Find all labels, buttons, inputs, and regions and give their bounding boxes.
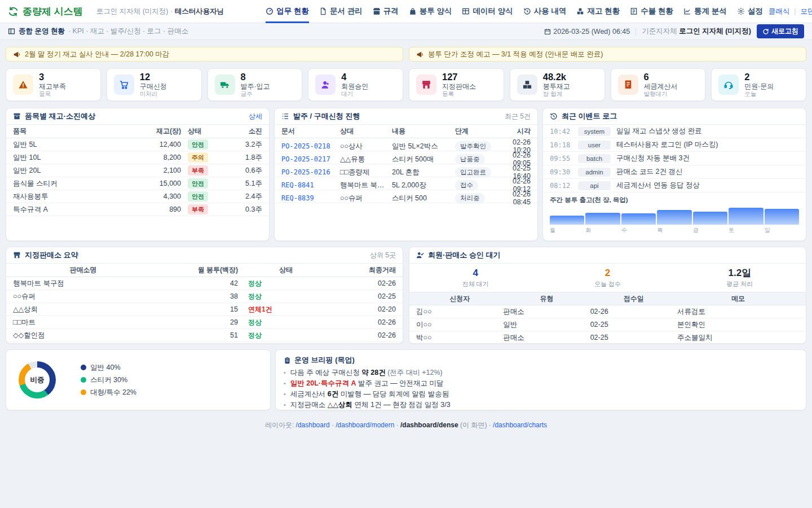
footer-link-modern[interactable]: /dashboard/modern (336, 421, 394, 429)
log-item: 10:42system일일 재고 스냅샷 생성 완료 (543, 125, 806, 138)
document-link[interactable]: PO-2025-0216 (281, 168, 340, 176)
briefing-item: 지정판매소 △△상회 연체 1건 — 현장 점검 일정 3/3 (284, 400, 798, 410)
kpi-designated-sellers[interactable]: 127지정판매소등록 (409, 68, 504, 101)
layout-icon (8, 28, 15, 35)
kpi-purchase-requests[interactable]: 12구매신청미처리 (107, 68, 202, 101)
link-modern[interactable]: 모던 (801, 7, 812, 16)
nav-item-usage-history[interactable]: 사용 내역 (523, 0, 567, 23)
weekly-bar (693, 208, 727, 225)
line-chart-icon (683, 7, 691, 15)
table-row[interactable]: PO-2025-0217 △△유통스티커 500매 납품중 02-26 09:0… (275, 151, 537, 164)
document-link[interactable]: REQ-8841 (281, 181, 340, 189)
orders-table-header: 문서상대 내용단계 시각 (275, 125, 537, 138)
kpi-low-stock[interactable]: 3재고부족품목 (6, 68, 101, 101)
basis-municipality: 기준지자체 로그인 지자체 (미지정) (642, 27, 751, 36)
table-row[interactable]: △△상회15 연체1건 02-20 (6, 303, 403, 316)
layout-switcher: 클래식 | 모던 | 차트 | (769, 7, 812, 16)
table-row[interactable]: PO-2025-0218 ○○상사일반 5L×2박스 발주확인 02-26 10… (275, 138, 537, 151)
approvals-panel: 회원·판매소 승인 대기 4 전체 대기 2 오늘 접수 1.2일 평균 처리 … (409, 247, 806, 344)
table-row[interactable]: 재사용봉투4,300 안전 2.4주 (6, 190, 269, 203)
kpi-member-approvals[interactable]: 4회원승인대기 (308, 68, 403, 101)
status-badge: 주의 (188, 152, 208, 163)
log-tag: user (578, 141, 611, 150)
history-icon (550, 112, 558, 120)
seller-state: 정상 (248, 279, 262, 287)
stock-detail-link[interactable]: 상세 (249, 112, 262, 120)
stage-badge: 납품중 (455, 154, 485, 165)
bar-chart (550, 208, 799, 225)
weekday-label: 일 (765, 226, 799, 234)
status-badge: 부족 (188, 204, 208, 214)
legend-item: 대형/특수 22% (81, 388, 136, 397)
refresh-button[interactable]: 새로고침 (757, 24, 804, 38)
table-row[interactable]: 박○○판매소 02-25주소불일치 (409, 331, 806, 344)
briefing-item: 다음 주 예상 구매신청 약 28건 (전주 대비 +12%) (284, 367, 798, 378)
nav-item-inventory[interactable]: 재고 현황 (576, 0, 620, 23)
nav-item-bag-forms[interactable]: 봉투 양식 (409, 0, 452, 23)
link-classic[interactable]: 클래식 (769, 7, 790, 16)
recycle-icon (8, 6, 19, 17)
nav-item-work-status[interactable]: 업무 현황 (266, 0, 309, 23)
list-icon (281, 112, 289, 120)
table-row[interactable]: 김○○판매소 02-26서류검토 (409, 305, 806, 318)
clipboard-icon (284, 357, 291, 364)
legend-item: 일반 40% (81, 363, 136, 373)
footer-link-charts[interactable]: /dashboard/charts (493, 421, 547, 429)
notice-inventory-audit[interactable]: 2월 말 정기 재고 실사 안내 — 2/28 17:00 마감 (6, 47, 403, 62)
document-link[interactable]: PO-2025-0217 (281, 155, 340, 163)
pallet-icon (576, 7, 584, 15)
kpi-orders-inbound[interactable]: 8발주·입고금주 (208, 68, 303, 101)
nav-item-specs[interactable]: 규격 (373, 0, 399, 23)
weekly-bar (729, 208, 763, 225)
nav-item-data-forms[interactable]: 데이터 양식 (462, 0, 513, 23)
briefing-item: 세금계산서 6건 미발행 — 담당 회계에 알림 발송됨 (284, 389, 798, 400)
table-row[interactable]: REQ-8839 ○○슈퍼스티커 500 처리중 02-26 08:45 (275, 190, 537, 203)
document-link[interactable]: REQ-8839 (281, 194, 340, 202)
stat-today-received: 2 오늘 접수 (541, 268, 673, 288)
app-logo[interactable]: 종량제 시스템 (8, 5, 83, 18)
table-row[interactable]: ◇◇할인점51 정상 02-26 (6, 329, 403, 342)
kpi-bag-inventory[interactable]: 48.2k봉투재고장 합계 (510, 68, 605, 101)
table-row[interactable]: 음식물 스티커15,000 안전 5.1주 (6, 177, 269, 190)
sellers-panel-title: 지정판매소 요약 (13, 250, 78, 260)
weekly-bar (585, 208, 620, 225)
nav-item-documents[interactable]: 문서 관리 (319, 0, 363, 23)
kpi-complaints[interactable]: 2민원·문의오늘 (711, 68, 806, 101)
share-donut-panel: 비중 일반 40% 스티커 30% 대형/특수 22% (6, 349, 271, 410)
table-row[interactable]: 일반 5L12,400 안전 3.2주 (6, 138, 269, 151)
table-row[interactable]: REQ-8841 행복마트 북…5L 2,000장 접수 02-26 09:12 (275, 177, 537, 190)
log-tag: api (578, 181, 611, 190)
kpi-tax-invoices[interactable]: 6세금계산서발행대기 (611, 68, 706, 101)
table-row[interactable]: 일반 20L2,100 부족 0.6주 (6, 164, 269, 177)
nav-item-statistics[interactable]: 통계 분석 (683, 0, 727, 23)
store-icon (13, 251, 21, 259)
calendar-icon (544, 28, 551, 35)
stage-badge: 접수 (455, 180, 478, 191)
table-icon (462, 7, 470, 15)
orders-panel-title: 발주 / 구매신청 진행 (281, 111, 360, 121)
table-row[interactable]: □□마트29 정상 02-26 (6, 316, 403, 329)
nav-item-ledger[interactable]: 수불 현황 (630, 0, 673, 23)
truck-icon (215, 75, 235, 95)
table-row[interactable]: ○○슈퍼38 정상 02-25 (6, 290, 403, 303)
log-item: 10:18user테스터사용자 로그인 (IP 마스킹) (543, 138, 806, 152)
status-badge: 부족 (188, 165, 208, 176)
notice-price-change[interactable]: 봉투 단가 조정 예고 — 3/1 적용 예정 (안내문 배포 완료) (409, 47, 806, 62)
table-row[interactable]: PO-2025-0216 □□종량제20L 혼합 입고완료 02-25 16:4… (275, 164, 537, 177)
box-icon (373, 7, 381, 15)
table-row[interactable]: 특수규격 A890 부족 0.3주 (6, 203, 269, 216)
seller-state: 정상 (248, 331, 262, 339)
table-row[interactable]: 행복마트 북구점42 정상 02-26 (6, 277, 403, 290)
nav-item-settings[interactable]: 설정 (737, 0, 763, 23)
table-row[interactable]: 이○○일반 02-25본인확인 (409, 318, 806, 331)
document-icon (319, 7, 327, 15)
table-row[interactable]: 일반 10L8,200 주의 1.8주 (6, 151, 269, 164)
layout-footer: 레이아웃: /dashboard · /dashboard/modern · /… (6, 417, 806, 441)
footer-link-dashboard[interactable]: /dashboard (296, 421, 330, 429)
breadcrumb: · KPI · 재고 · 발주/신청 · 로그 · 판매소 (68, 27, 188, 36)
document-link[interactable]: PO-2025-0218 (281, 142, 340, 150)
user-check-icon (416, 251, 424, 259)
top-navbar: 종량제 시스템 로그인 지자체 (미지정) · 테스터사용자님 업무 현황 문서… (0, 0, 812, 23)
user-icon (315, 75, 336, 95)
boxes-icon (517, 75, 537, 95)
